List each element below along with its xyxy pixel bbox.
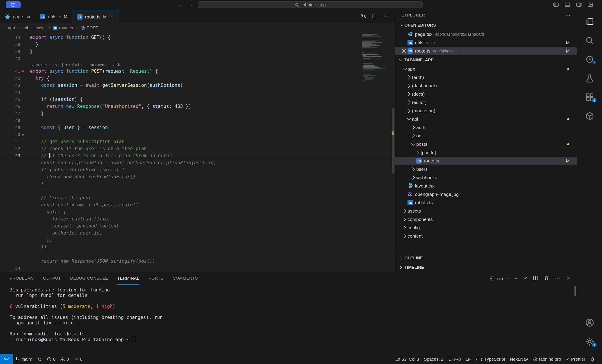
- split-terminal-button[interactable]: [533, 275, 538, 282]
- tree-folder-(docs)[interactable]: (docs): [395, 90, 577, 98]
- line-number[interactable]: 54: [0, 265, 26, 272]
- tree-folder-posts[interactable]: posts: [395, 140, 577, 148]
- kill-terminal-button[interactable]: [544, 275, 549, 282]
- activity-gear-button[interactable]: 1: [577, 332, 602, 351]
- tree-folder-content[interactable]: content: [395, 232, 577, 240]
- code-line[interactable]: 47 }: [0, 110, 395, 117]
- line-number[interactable]: 41: [0, 68, 26, 75]
- line-number[interactable]: [0, 237, 26, 244]
- code-line[interactable]: const subscriptionPlan = await getUserSu…: [0, 159, 395, 166]
- breadcrumb-item-route.ts[interactable]: TSroute.ts: [53, 25, 73, 30]
- line-number[interactable]: 14: [0, 34, 26, 41]
- editor-more-actions-button[interactable]: [384, 13, 389, 20]
- open-editor-route.ts[interactable]: TSroute.tsapp/api/postsM: [395, 47, 577, 55]
- code-line[interactable]: 44: [0, 89, 395, 96]
- code-line[interactable]: 50: [0, 131, 395, 138]
- line-number[interactable]: [0, 250, 26, 258]
- line-number[interactable]: [0, 166, 26, 173]
- tree-folder-[postId][interactable]: [postId]: [395, 148, 577, 157]
- code-line[interactable]: 52 // check if the user is on a free pla…: [0, 145, 395, 152]
- line-number[interactable]: [0, 222, 26, 229]
- code-line[interactable]: 45 if (!session) {: [0, 96, 395, 103]
- open-editors-header[interactable]: OPEN EDITORS: [395, 21, 577, 30]
- activity-cube-button[interactable]: [577, 107, 602, 125]
- status-item-sync[interactable]: [35, 354, 44, 364]
- status-item-main-[interactable]: main*: [13, 354, 35, 364]
- line-number[interactable]: [0, 159, 26, 166]
- code-line[interactable]: }: [0, 180, 395, 187]
- line-number[interactable]: [0, 258, 26, 265]
- tree-folder-(dashboard)[interactable]: (dashboard): [395, 82, 577, 90]
- new-terminal-button[interactable]: +: [515, 275, 518, 282]
- open-editor-page.tsx[interactable]: page.tsxapp/(dashboard)/dashboard: [395, 30, 577, 39]
- line-number[interactable]: 39: [0, 48, 26, 55]
- line-number[interactable]: 47: [0, 110, 26, 117]
- tree-folder-og[interactable]: og: [395, 132, 577, 140]
- terminal[interactable]: 315 packages are looking for funding run…: [0, 285, 577, 354]
- customize-layout-button[interactable]: [588, 2, 593, 8]
- code-line[interactable]: data: {: [0, 208, 395, 215]
- project-header[interactable]: TABNINE_APP: [395, 55, 577, 65]
- tree-folder-api[interactable]: api: [395, 115, 577, 123]
- more-actions-icon[interactable]: ⋯: [565, 12, 571, 18]
- line-number[interactable]: 44: [0, 89, 26, 96]
- close-panel-button[interactable]: [566, 275, 571, 282]
- panel-tab-terminal[interactable]: TERMINAL: [117, 272, 139, 285]
- line-number[interactable]: 51: [0, 138, 26, 145]
- breadcrumb-item-posts[interactable]: posts: [35, 25, 45, 30]
- panel-tab-ports[interactable]: PORTS: [149, 272, 163, 285]
- line-number[interactable]: 46: [0, 103, 26, 110]
- status-item-spaces-2[interactable]: Spaces: 2: [421, 354, 446, 364]
- line-number[interactable]: [0, 208, 26, 215]
- code-line[interactable]: 38 }: [0, 41, 395, 48]
- code-line[interactable]: 51 // get users subscription plan: [0, 138, 395, 145]
- panel-tab-problems[interactable]: PROBLEMS: [10, 272, 34, 285]
- tree-folder-config[interactable]: config: [395, 224, 577, 232]
- tree-file-route.ts[interactable]: TSroute.tsM: [395, 157, 577, 165]
- line-number[interactable]: 49: [0, 124, 26, 131]
- line-number[interactable]: 52: [0, 145, 26, 152]
- code-line[interactable]: content: payload.content,: [0, 222, 395, 229]
- status-item-lf[interactable]: LF: [463, 354, 473, 364]
- close-icon[interactable]: [109, 15, 114, 19]
- status-item-0[interactable]: 0: [44, 354, 58, 364]
- code-line[interactable]: throw new RequiresProPlanError(): [0, 173, 395, 180]
- nav-back-button[interactable]: ←: [176, 1, 183, 8]
- code-line[interactable]: 41export async function POST(request: Re…: [0, 68, 395, 75]
- code-line[interactable]: 14export async function GET() {: [0, 34, 395, 41]
- toggle-secondary-sidebar-button[interactable]: [576, 2, 582, 8]
- activity-account-button[interactable]: [577, 313, 602, 332]
- tree-folder-(editor)[interactable]: (editor): [395, 98, 577, 107]
- line-number[interactable]: [0, 244, 26, 250]
- code-line[interactable]: 49 const { user } = session: [0, 124, 395, 131]
- remote-indicator[interactable]: ><: [0, 354, 13, 364]
- panel-tab-comments[interactable]: COMMENTS: [173, 272, 198, 285]
- status-item-typescript[interactable]: { }TypeScript: [473, 354, 507, 364]
- status-item-prettier[interactable]: ✓Prettier: [563, 354, 588, 364]
- code-line[interactable]: [0, 187, 395, 194]
- tree-folder-app[interactable]: app: [395, 65, 577, 73]
- breadcrumb-item-POST[interactable]: POST: [81, 25, 98, 30]
- status-item-0[interactable]: 0: [71, 354, 85, 364]
- timeline-section[interactable]: TIMELINE: [395, 263, 577, 272]
- tree-file-robots.ts[interactable]: TSrobots.ts: [395, 198, 577, 207]
- panel-tab-debug-console[interactable]: DEBUG CONSOLE: [70, 272, 108, 285]
- terminal-shell-picker[interactable]: zsh: [490, 276, 509, 281]
- status-item-0[interactable]: 0: [58, 354, 71, 364]
- status-item-bell[interactable]: [588, 354, 597, 364]
- tree-file-layout.tsx[interactable]: layout.tsx: [395, 182, 577, 190]
- terminal-dropdown-button[interactable]: [523, 276, 527, 281]
- status-item-utf-8[interactable]: UTF-8: [446, 354, 463, 364]
- activity-search-button[interactable]: [577, 31, 602, 50]
- open-editor-utils.ts[interactable]: TSutils.tslibM: [395, 39, 577, 47]
- tree-folder-webhooks[interactable]: webhooks: [395, 173, 577, 182]
- tree-folder-(auth)[interactable]: (auth): [395, 73, 577, 82]
- terminal-scrollbar[interactable]: [574, 286, 576, 296]
- line-number[interactable]: [0, 201, 26, 208]
- breadcrumb-item-api[interactable]: api: [22, 25, 28, 30]
- code-line[interactable]: 46 return new Response("Unauthorized", {…: [0, 103, 395, 110]
- code-line[interactable]: 42 try {: [0, 75, 395, 82]
- activity-tabnine-button[interactable]: [577, 50, 602, 69]
- line-number[interactable]: [0, 180, 26, 187]
- panel-tab-output[interactable]: OUTPUT: [43, 272, 61, 285]
